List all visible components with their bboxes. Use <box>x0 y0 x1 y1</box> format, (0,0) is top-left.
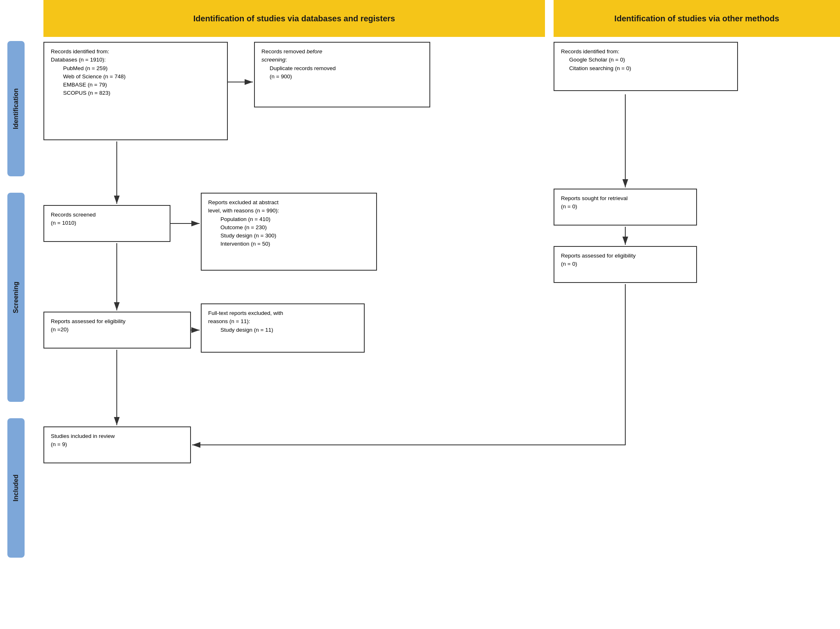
box-records-screened: Records screened (n = 1010) <box>43 205 170 242</box>
box-reports-sought-retrieval: Reports sought for retrieval (n = 0) <box>554 189 697 226</box>
box-reports-assessed-eligibility: Reports assessed for eligibility (n =20) <box>43 312 191 349</box>
box-full-text-excluded: Full-text reports excluded, with reasons… <box>201 303 365 353</box>
label-included: Included <box>7 418 25 558</box>
box-other-records-identified: Records identified from: Google Scholar … <box>554 42 738 91</box>
label-identification: Identification <box>7 41 25 176</box>
box-studies-included: Studies included in review (n = 9) <box>43 426 191 463</box>
box-reports-assessed-eligibility-other: Reports assessed for eligibility (n = 0) <box>554 246 697 283</box>
box-records-identified: Records identified from: Databases (n = … <box>43 42 228 140</box>
header-left-banner: Identification of studies via databases … <box>43 0 545 37</box>
header-right-banner: Identification of studies via other meth… <box>554 0 840 37</box>
label-screening: Screening <box>7 193 25 402</box>
main-container: Identification of studies via databases … <box>0 0 840 629</box>
header-right-title: Identification of studies via other meth… <box>614 14 779 23</box>
box-reports-excluded-abstract: Reports excluded at abstract level, with… <box>201 193 377 271</box>
box-records-removed: Records removed before screening: Duplic… <box>254 42 430 107</box>
header-left-title: Identification of studies via databases … <box>193 14 395 23</box>
